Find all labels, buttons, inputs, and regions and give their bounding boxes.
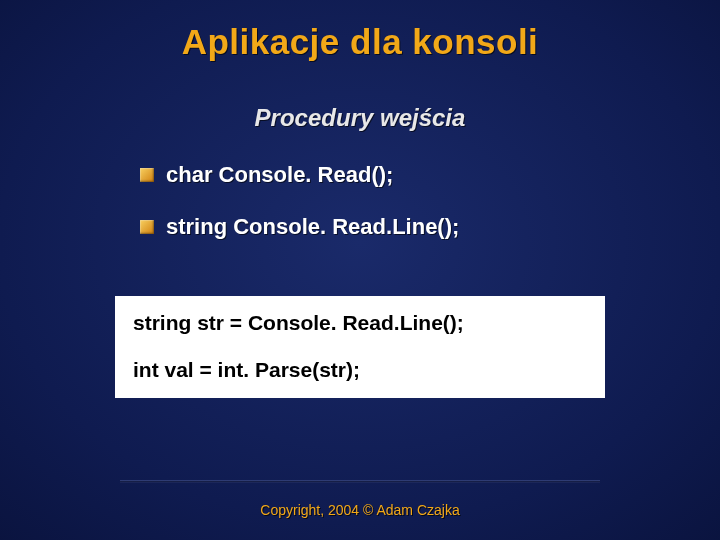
copyright-footer: Copyright, 2004 © Adam Czajka <box>0 502 720 518</box>
bullet-icon <box>140 168 154 182</box>
list-item: char Console. Read(); <box>140 162 720 188</box>
bullet-text: char Console. Read(); <box>166 162 393 188</box>
slide-title: Aplikacje dla konsoli <box>0 0 720 62</box>
code-line: string str = Console. Read.Line(); <box>133 310 587 335</box>
slide-subtitle: Procedury wejścia <box>0 104 720 132</box>
bullet-text: string Console. Read.Line(); <box>166 214 459 240</box>
bullet-icon <box>140 220 154 234</box>
code-example-box: string str = Console. Read.Line(); int v… <box>115 296 605 398</box>
bullet-list: char Console. Read(); string Console. Re… <box>140 162 720 240</box>
list-item: string Console. Read.Line(); <box>140 214 720 240</box>
divider-line <box>120 480 600 482</box>
code-line: int val = int. Parse(str); <box>133 357 587 382</box>
